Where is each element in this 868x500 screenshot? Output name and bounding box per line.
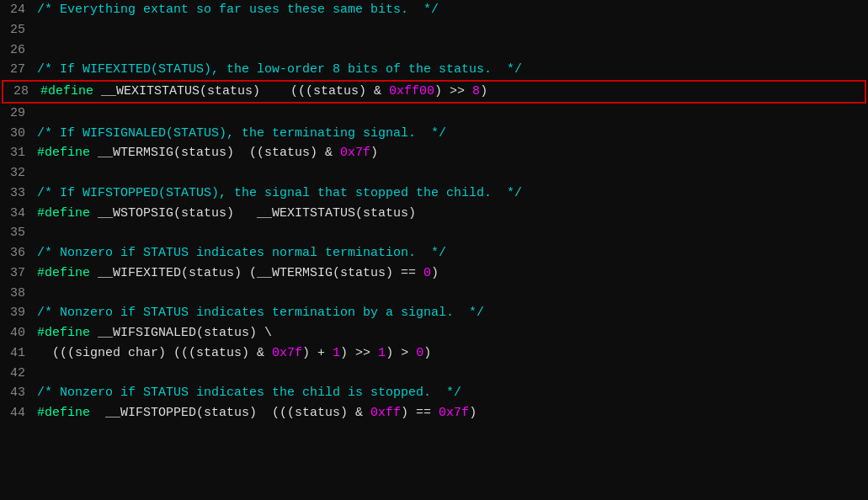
- line-content: #define __WIFSTOPPED(status) (((status) …: [37, 404, 477, 423]
- code-token-normal: __WSTOPSIG(status) __WEXITSTATUS(status): [90, 206, 416, 221]
- code-line: 32: [0, 163, 868, 184]
- line-number: 29: [0, 104, 25, 123]
- line-content: /* Nonzero if STATUS indicates the child…: [37, 384, 461, 402]
- code-token-hex: 0x7f: [272, 346, 302, 360]
- code-line: 29: [0, 104, 868, 124]
- code-token-hex: 0x7f: [340, 146, 370, 160]
- code-line: 39/* Nonzero if STATUS indicates termina…: [0, 303, 868, 323]
- code-token-number: 1: [378, 346, 386, 360]
- code-token-normal: __WIFEXITED(status) (__WTERMSIG(status) …: [90, 266, 423, 280]
- line-number: 41: [0, 344, 25, 363]
- code-token-keyword: #define: [37, 406, 90, 420]
- code-token-number: 8: [472, 84, 480, 98]
- line-number: 39: [0, 304, 25, 322]
- line-number: 44: [0, 404, 25, 423]
- code-line: 31#define __WTERMSIG(status) ((status) &…: [0, 143, 868, 163]
- line-number: 33: [0, 184, 25, 203]
- code-line: 42: [0, 364, 868, 384]
- code-token-comment: /* Nonzero if STATUS indicates the child…: [37, 386, 461, 400]
- line-number: 26: [0, 41, 25, 60]
- line-content: #define __WEXITSTATUS(status) (((status)…: [40, 82, 487, 101]
- code-token-hex: 0x7f: [439, 406, 469, 420]
- code-token-comment: /* Everything extant so far uses these s…: [37, 3, 439, 17]
- code-token-keyword: #define: [37, 266, 90, 280]
- code-token-comment: /* Nonzero if STATUS indicates terminati…: [37, 306, 484, 320]
- code-token-keyword: #define: [37, 206, 90, 221]
- code-token-normal: (((signed char) (((status) &: [37, 346, 272, 360]
- line-number: 40: [0, 324, 25, 343]
- line-content: #define __WTERMSIG(status) ((status) & 0…: [37, 144, 378, 162]
- line-number: 32: [0, 164, 25, 183]
- code-token-normal: ) ==: [401, 406, 439, 420]
- code-token-normal: ): [431, 266, 439, 280]
- code-line: 27/* If WIFEXITED(STATUS), the low-order…: [0, 60, 868, 80]
- code-token-normal: ): [480, 84, 487, 98]
- code-line: 25: [0, 20, 868, 40]
- line-content: /* Nonzero if STATUS indicates terminati…: [37, 304, 484, 322]
- code-token-number: 1: [333, 346, 340, 360]
- code-token-normal: ) +: [302, 346, 333, 360]
- line-content: /* If WIFEXITED(STATUS), the low-order 8…: [37, 61, 522, 79]
- code-line: 36/* Nonzero if STATUS indicates normal …: [0, 243, 868, 263]
- line-content: /* If WIFSTOPPED(STATUS), the signal tha…: [37, 184, 522, 203]
- line-number: 27: [0, 61, 25, 79]
- code-token-normal: __WEXITSTATUS(status) (((status) &: [93, 84, 389, 98]
- line-number: 34: [0, 205, 25, 223]
- code-token-normal: ) >>: [434, 84, 472, 98]
- line-content: #define __WIFSIGNALED(status) \: [37, 324, 272, 343]
- line-number: 37: [0, 264, 25, 283]
- code-line: 35: [0, 223, 868, 243]
- code-line: 24/* Everything extant so far uses these…: [0, 0, 868, 20]
- line-content: /* Nonzero if STATUS indicates normal te…: [37, 244, 446, 263]
- code-token-comment: /* If WIFEXITED(STATUS), the low-order 8…: [37, 62, 522, 77]
- line-number: 24: [0, 1, 25, 19]
- code-token-comment: /* If WIFSTOPPED(STATUS), the signal tha…: [37, 186, 522, 200]
- code-line: 37#define __WIFEXITED(status) (__WTERMSI…: [0, 263, 868, 284]
- line-content: (((signed char) (((status) & 0x7f) + 1) …: [37, 344, 431, 363]
- code-line: 28#define __WEXITSTATUS(status) (((statu…: [2, 80, 866, 104]
- line-content: #define __WSTOPSIG(status) __WEXITSTATUS…: [37, 205, 416, 223]
- code-line: 26: [0, 40, 868, 61]
- line-number: 31: [0, 144, 25, 162]
- line-number: 28: [3, 82, 29, 101]
- line-number: 42: [0, 364, 25, 383]
- code-token-keyword: #define: [40, 84, 93, 98]
- code-token-number: 0: [423, 266, 431, 280]
- code-line: 41 (((signed char) (((status) & 0x7f) + …: [0, 343, 868, 364]
- line-number: 25: [0, 21, 25, 40]
- code-token-normal: ): [423, 346, 431, 360]
- line-number: 38: [0, 285, 25, 303]
- line-number: 43: [0, 384, 25, 402]
- line-content: /* If WIFSIGNALED(STATUS), the terminati…: [37, 125, 446, 143]
- line-number: 36: [0, 244, 25, 263]
- line-number: 30: [0, 125, 25, 143]
- code-editor: 24/* Everything extant so far uses these…: [0, 0, 868, 423]
- code-line: 30/* If WIFSIGNALED(STATUS), the termina…: [0, 124, 868, 144]
- code-line: 40#define __WIFSIGNALED(status) \: [0, 323, 868, 343]
- line-content: /* Everything extant so far uses these s…: [37, 1, 439, 19]
- code-token-keyword: #define: [37, 146, 90, 160]
- code-token-keyword: #define: [37, 326, 90, 340]
- code-token-normal: __WTERMSIG(status) ((status) &: [90, 146, 340, 160]
- code-line: 38: [0, 284, 868, 304]
- line-content: #define __WIFEXITED(status) (__WTERMSIG(…: [37, 264, 439, 283]
- code-line: 34#define __WSTOPSIG(status) __WEXITSTAT…: [0, 204, 868, 224]
- code-token-normal: ) >>: [340, 346, 378, 360]
- code-token-normal: __WIFSTOPPED(status) (((status) &: [90, 406, 370, 420]
- code-token-normal: __WIFSIGNALED(status) \: [90, 326, 272, 340]
- code-token-comment: /* If WIFSIGNALED(STATUS), the terminati…: [37, 126, 446, 141]
- code-token-hex: 0xff00: [389, 84, 434, 98]
- code-line: 44#define __WIFSTOPPED(status) (((status…: [0, 403, 868, 423]
- code-line: 43/* Nonzero if STATUS indicates the chi…: [0, 383, 868, 403]
- code-token-hex: 0xff: [370, 406, 401, 420]
- code-token-normal: ) >: [386, 346, 416, 360]
- code-token-number: 0: [416, 346, 423, 360]
- code-line: 33/* If WIFSTOPPED(STATUS), the signal t…: [0, 184, 868, 204]
- code-token-normal: ): [469, 406, 477, 420]
- code-token-comment: /* Nonzero if STATUS indicates normal te…: [37, 246, 446, 260]
- line-number: 35: [0, 224, 25, 242]
- code-token-normal: ): [370, 146, 378, 160]
